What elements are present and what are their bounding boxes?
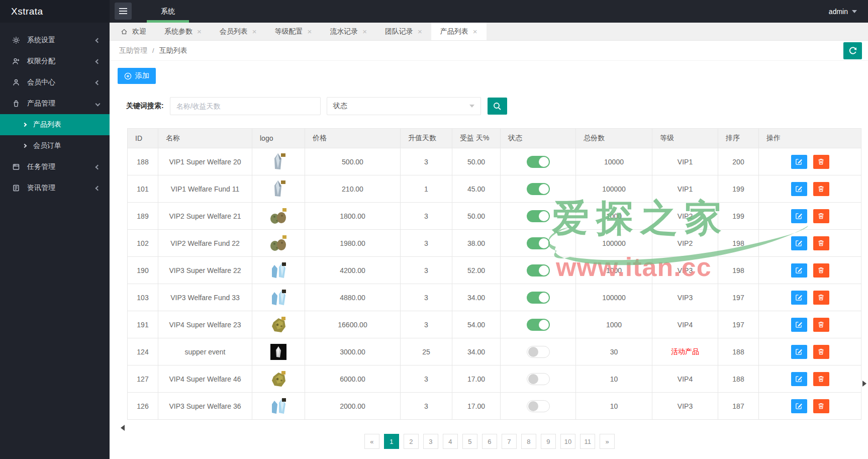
tab-close-icon[interactable]: × bbox=[418, 28, 422, 35]
pagination-page[interactable]: 4 bbox=[443, 434, 458, 449]
sidebar: 系统设置权限分配会员中心产品管理产品列表会员订单任务管理资讯管理 bbox=[0, 23, 110, 459]
gear-icon bbox=[12, 36, 20, 44]
tab-item[interactable]: 团队记录× bbox=[376, 23, 431, 40]
sidebar-item[interactable]: 任务管理 bbox=[0, 156, 110, 177]
pagination-page[interactable]: 10 bbox=[560, 434, 575, 449]
tab-item[interactable]: 欢迎 bbox=[112, 23, 155, 40]
edit-button[interactable] bbox=[791, 372, 807, 386]
tab-item[interactable]: 等级配置× bbox=[266, 23, 321, 40]
tab-label: 欢迎 bbox=[132, 27, 146, 36]
pagination-page[interactable]: 5 bbox=[462, 434, 477, 449]
edit-button[interactable] bbox=[791, 345, 807, 359]
tab-close-icon[interactable]: × bbox=[197, 28, 202, 35]
delete-button[interactable] bbox=[813, 263, 829, 278]
user-menu[interactable]: admin bbox=[829, 0, 868, 23]
pagination-page[interactable]: 7 bbox=[502, 434, 517, 449]
status-toggle[interactable] bbox=[527, 156, 550, 168]
delete-button[interactable] bbox=[813, 318, 829, 332]
edit-button[interactable] bbox=[791, 155, 807, 169]
tab-close-icon[interactable]: × bbox=[308, 28, 312, 35]
pagination-page[interactable]: 3 bbox=[423, 434, 438, 449]
cell-sort: 197 bbox=[718, 311, 759, 338]
breadcrumb-parent[interactable]: 互助管理 bbox=[119, 46, 147, 55]
delete-button[interactable] bbox=[813, 399, 829, 413]
status-toggle[interactable] bbox=[527, 183, 550, 195]
status-toggle[interactable] bbox=[527, 237, 550, 249]
pagination-page[interactable]: 11 bbox=[580, 434, 595, 449]
cell-total: 100000 bbox=[576, 284, 652, 311]
status-toggle[interactable] bbox=[527, 346, 550, 358]
toggle-knob bbox=[539, 184, 549, 194]
sidebar-item[interactable]: 产品管理 bbox=[0, 93, 110, 114]
tab-item[interactable]: 产品列表× bbox=[431, 23, 487, 40]
tab-close-icon[interactable]: × bbox=[252, 28, 257, 35]
cell-name: VIP3 Super Welfare 36 bbox=[158, 393, 252, 419]
cell-rise-days: 3 bbox=[401, 365, 452, 392]
status-toggle[interactable] bbox=[527, 264, 550, 277]
sidebar-item[interactable]: 会员中心 bbox=[0, 72, 110, 93]
tab-item[interactable]: 流水记录× bbox=[321, 23, 376, 40]
product-logo-blue-crystals bbox=[268, 396, 288, 416]
cell-logo bbox=[252, 148, 305, 175]
edit-button[interactable] bbox=[791, 263, 807, 278]
edit-button[interactable] bbox=[791, 209, 807, 223]
delete-button[interactable] bbox=[813, 291, 829, 305]
tab-item[interactable]: 系统参数× bbox=[155, 23, 211, 40]
cell-name: VIP1 Welfare Fund 11 bbox=[158, 175, 252, 202]
status-toggle[interactable] bbox=[527, 210, 550, 222]
status-toggle[interactable] bbox=[527, 373, 550, 385]
edit-button[interactable] bbox=[791, 318, 807, 332]
sidebar-item[interactable]: 权限分配 bbox=[0, 51, 110, 72]
pagination-page[interactable]: 6 bbox=[482, 434, 497, 449]
delete-button[interactable] bbox=[813, 236, 829, 250]
pagination-prev[interactable]: « bbox=[364, 434, 379, 449]
delete-button[interactable] bbox=[813, 182, 829, 196]
scroll-right-arrow[interactable] bbox=[862, 381, 866, 387]
tab-bar: 欢迎系统参数×会员列表×等级配置×流水记录×团队记录×产品列表× bbox=[110, 23, 868, 41]
edit-button[interactable] bbox=[791, 291, 807, 305]
pagination-page[interactable]: 8 bbox=[521, 434, 536, 449]
table-header: ID名称logo价格升值天数受益 天%状态总份数等级排序操作 bbox=[128, 129, 861, 148]
pagination-page[interactable]: 1 bbox=[384, 434, 399, 449]
tab-label: 团队记录 bbox=[385, 27, 413, 36]
cell-profit: 34.00 bbox=[452, 284, 501, 311]
topbar-menu-system[interactable]: 系统 bbox=[147, 0, 189, 23]
sidebar-subitem[interactable]: 会员订单 bbox=[0, 135, 110, 156]
edit-button[interactable] bbox=[791, 399, 807, 413]
status-toggle[interactable] bbox=[527, 319, 550, 331]
delete-button[interactable] bbox=[813, 345, 829, 359]
toggle-knob bbox=[539, 157, 549, 167]
edit-button[interactable] bbox=[791, 236, 807, 250]
hamburger-icon[interactable] bbox=[115, 3, 132, 20]
keyword-input[interactable] bbox=[170, 97, 321, 115]
cell-logo bbox=[252, 175, 305, 202]
delete-button[interactable] bbox=[813, 155, 829, 169]
pagination-page[interactable]: 2 bbox=[404, 434, 419, 449]
sidebar-item[interactable]: 资讯管理 bbox=[0, 177, 110, 199]
cell-level: VIP3 bbox=[652, 284, 718, 311]
tab-label: 会员列表 bbox=[220, 27, 248, 36]
sidebar-subitem[interactable]: 产品列表 bbox=[0, 114, 110, 135]
delete-button[interactable] bbox=[813, 209, 829, 223]
table-row: 127VIP4 Super Welfare 466000.00317.0010V… bbox=[128, 365, 861, 392]
status-toggle[interactable] bbox=[527, 400, 550, 412]
status-select[interactable]: 状态 bbox=[327, 97, 481, 115]
table-row: 102VIP2 Welfare Fund 221980.00338.001000… bbox=[128, 229, 861, 256]
cell-total: 100000 bbox=[576, 175, 652, 202]
edit-button[interactable] bbox=[791, 182, 807, 196]
add-button[interactable]: 添加 bbox=[118, 68, 156, 84]
sidebar-item[interactable]: 系统设置 bbox=[0, 30, 110, 51]
tab-close-icon[interactable]: × bbox=[362, 28, 367, 35]
tab-item[interactable]: 会员列表× bbox=[211, 23, 266, 40]
cell-profit: 17.00 bbox=[452, 393, 501, 419]
pagination-next[interactable]: » bbox=[600, 434, 615, 449]
cell-id: 191 bbox=[128, 311, 158, 338]
cell-total: 1000 bbox=[576, 257, 652, 284]
pagination-page[interactable]: 9 bbox=[541, 434, 556, 449]
delete-button[interactable] bbox=[813, 372, 829, 386]
status-toggle[interactable] bbox=[527, 292, 550, 304]
tab-close-icon[interactable]: × bbox=[473, 28, 477, 35]
search-button[interactable] bbox=[488, 98, 507, 115]
scroll-left-arrow[interactable] bbox=[121, 425, 125, 431]
refresh-button[interactable] bbox=[843, 42, 862, 59]
